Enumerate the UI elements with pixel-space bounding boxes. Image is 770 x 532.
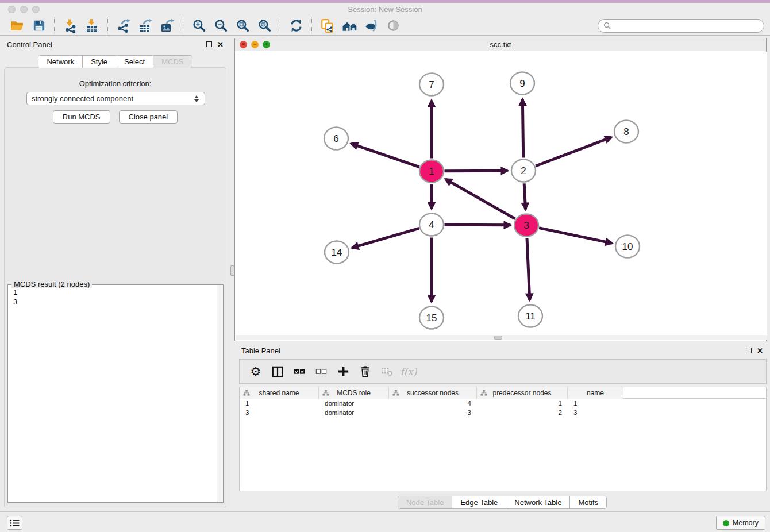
save-session-button[interactable]: [28, 17, 49, 34]
network-close-button[interactable]: ✕: [240, 41, 247, 48]
network-canvas[interactable]: 1234678910111415: [236, 52, 767, 336]
maximize-window-button[interactable]: [32, 6, 40, 13]
graph-node-4[interactable]: 4: [419, 214, 444, 236]
memory-button[interactable]: Memory: [716, 516, 765, 530]
column-header-mcds-role[interactable]: MCDS role: [319, 387, 389, 399]
column-header-name[interactable]: name: [568, 387, 623, 399]
refresh-view-button[interactable]: [285, 17, 307, 34]
network-from-selection-button[interactable]: [317, 17, 338, 34]
minimize-window-button[interactable]: [20, 6, 28, 13]
close-window-button[interactable]: [8, 6, 16, 13]
tab-network[interactable]: Network: [38, 56, 83, 68]
show-columns-button[interactable]: [267, 362, 288, 381]
export-network-button[interactable]: [113, 17, 134, 34]
graph-node-6[interactable]: 6: [324, 128, 348, 150]
cell-shared-name[interactable]: 3: [240, 409, 319, 416]
export-table-button[interactable]: [134, 17, 156, 34]
cell-name[interactable]: 3: [568, 409, 623, 416]
zoom-fit-button[interactable]: [232, 17, 253, 34]
criterion-dropdown[interactable]: strongly connected component: [26, 92, 205, 105]
tab-motifs[interactable]: Motifs: [570, 496, 606, 508]
column-header-shared-name[interactable]: shared name: [240, 387, 319, 399]
graph-edge-2-8[interactable]: [536, 137, 611, 166]
close-panel-icon[interactable]: ✕: [757, 347, 763, 354]
graph-edge-4-14[interactable]: [352, 228, 419, 248]
graph-edge-1-6[interactable]: [351, 144, 419, 167]
unselect-all-button[interactable]: [310, 362, 332, 381]
divider-handle-icon[interactable]: [230, 265, 234, 276]
graph-edge-2-3[interactable]: [524, 183, 525, 209]
cell-mcds-role[interactable]: dominator: [319, 400, 389, 407]
graph-node-14[interactable]: 14: [325, 241, 349, 264]
cell-predecessor-nodes[interactable]: 2: [477, 409, 568, 416]
node-table[interactable]: shared name MCDS role successor nodes pr…: [239, 387, 767, 491]
graph-node-1[interactable]: 1: [419, 160, 444, 183]
graph-node-15[interactable]: 15: [419, 307, 444, 329]
cell-shared-name[interactable]: 1: [240, 400, 319, 407]
tab-node-table[interactable]: Node Table: [398, 496, 453, 508]
tab-mcds[interactable]: MCDS: [153, 56, 191, 68]
network-maximize-button[interactable]: +: [263, 41, 270, 48]
run-mcds-button[interactable]: Run MCDS: [53, 110, 110, 124]
home-button[interactable]: [338, 17, 360, 34]
zoom-out-button[interactable]: [210, 17, 232, 34]
graph-node-11[interactable]: 11: [518, 305, 542, 327]
graph-edge-3-10[interactable]: [539, 228, 612, 244]
tab-select[interactable]: Select: [116, 56, 153, 68]
cell-predecessor-nodes[interactable]: 1: [477, 400, 568, 407]
panel-divider[interactable]: [230, 36, 234, 511]
mcds-result-item: 1: [13, 287, 218, 297]
add-column-button[interactable]: [332, 362, 354, 381]
tab-style[interactable]: Style: [83, 56, 116, 68]
zoom-in-button[interactable]: [188, 17, 210, 34]
graph-node-7[interactable]: 7: [419, 74, 444, 96]
open-file-button[interactable]: [6, 17, 28, 34]
function-builder-button[interactable]: f(x): [398, 362, 419, 381]
close-panel-icon[interactable]: ✕: [217, 41, 224, 48]
graph-node-10[interactable]: 10: [615, 236, 640, 258]
float-panel-icon[interactable]: [746, 348, 752, 353]
float-panel-icon[interactable]: [206, 41, 212, 47]
network-horizontal-scrollbar[interactable]: [236, 335, 767, 340]
tab-edge-table[interactable]: Edge Table: [452, 496, 506, 508]
network-minimize-button[interactable]: −: [251, 41, 259, 48]
import-table-button[interactable]: [81, 17, 103, 34]
search-box[interactable]: [598, 19, 764, 33]
column-header-predecessor-nodes[interactable]: predecessor nodes: [477, 387, 568, 399]
graph-node-2[interactable]: 2: [511, 160, 536, 182]
search-input[interactable]: [614, 22, 759, 30]
cell-successor-nodes[interactable]: 4: [389, 400, 477, 407]
tab-network-table[interactable]: Network Table: [506, 496, 570, 508]
column-header-successor-nodes[interactable]: successor nodes: [389, 387, 477, 399]
zoom-selected-button[interactable]: [253, 17, 275, 34]
delete-table-button[interactable]: [376, 362, 398, 381]
cell-successor-nodes[interactable]: 3: [389, 409, 477, 416]
graph-node-3[interactable]: 3: [514, 214, 538, 237]
close-panel-button[interactable]: Close panel: [119, 110, 178, 124]
table-row[interactable]: 1 dominator 4 1 1: [240, 399, 766, 408]
result-scrollbar[interactable]: [217, 285, 223, 502]
graph-edge-1-2[interactable]: [444, 171, 507, 171]
graph-edge-2-9[interactable]: [522, 99, 523, 157]
select-all-button[interactable]: [288, 362, 310, 381]
export-image-button[interactable]: [156, 17, 178, 34]
graph-edge-3-11[interactable]: [527, 238, 530, 300]
network-window-titlebar[interactable]: ✕ − + scc.txt: [235, 38, 766, 51]
mcds-result-list[interactable]: 1 3: [8, 285, 223, 309]
scrollbar-handle[interactable]: [494, 336, 502, 340]
graph-edge-4-3[interactable]: [444, 225, 510, 225]
import-network-button[interactable]: [59, 17, 81, 34]
birds-eye-view-button[interactable]: [382, 17, 404, 34]
delete-column-button[interactable]: [354, 362, 376, 381]
cell-name[interactable]: 1: [568, 400, 623, 407]
graph-node-9[interactable]: 9: [510, 72, 534, 95]
zoom-in-icon: [192, 18, 206, 33]
graph-edge-3-1[interactable]: [445, 179, 515, 219]
table-settings-button[interactable]: ⚙: [245, 362, 267, 381]
hide-graphics-details-button[interactable]: [360, 17, 382, 34]
task-history-button[interactable]: [7, 516, 22, 530]
graph-node-8[interactable]: 8: [614, 121, 638, 143]
attribute-tree-icon: [322, 390, 329, 396]
cell-mcds-role[interactable]: dominator: [319, 409, 389, 416]
table-row[interactable]: 3 dominator 3 2 3: [240, 408, 766, 417]
